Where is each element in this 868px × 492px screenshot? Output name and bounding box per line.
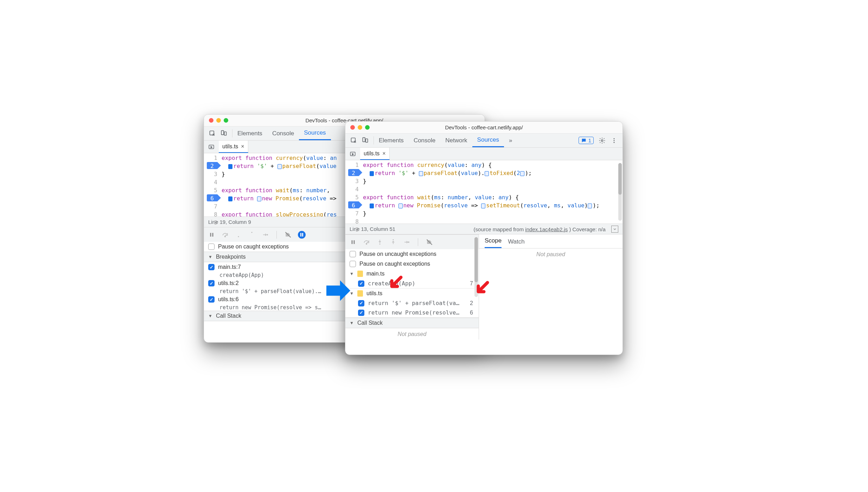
pause-on-exceptions-toggle[interactable] <box>298 231 306 239</box>
checkbox-checked[interactable] <box>208 296 215 303</box>
checkbox-unchecked[interactable] <box>350 261 356 267</box>
svg-point-14 <box>601 140 603 141</box>
step-icon[interactable] <box>262 231 269 238</box>
svg-point-22 <box>366 243 367 244</box>
device-toggle-icon[interactable] <box>362 137 369 144</box>
file-group-header[interactable]: ▼ main.ts <box>345 269 479 279</box>
tab-watch[interactable]: Watch <box>508 235 525 248</box>
editor-status: Line 13, Column 51 (source mapped from i… <box>345 224 623 234</box>
file-name: utils.ts <box>366 290 382 297</box>
step-over-icon[interactable] <box>363 239 370 246</box>
checkbox-checked[interactable] <box>208 264 215 270</box>
breakpoint-title: utils.ts:6 <box>218 296 239 303</box>
close-window-icon[interactable] <box>209 118 213 123</box>
step-into-icon[interactable] <box>235 231 242 238</box>
zoom-window-icon[interactable] <box>224 118 228 123</box>
left-icons <box>204 127 232 140</box>
divider <box>276 231 277 239</box>
deactivate-breakpoints-icon[interactable] <box>285 231 292 238</box>
breakpoint-marker[interactable]: 2 <box>348 169 359 176</box>
top-tabs: Elements Console Network Sources » 1 <box>345 134 623 148</box>
tab-elements[interactable]: Elements <box>232 127 267 140</box>
breakpoint-line: 2 <box>468 300 474 306</box>
deactivate-breakpoints-icon[interactable] <box>426 239 433 246</box>
svg-rect-6 <box>212 233 213 237</box>
tab-network[interactable]: Network <box>440 134 472 147</box>
select-element-icon[interactable] <box>209 130 216 137</box>
checkbox-checked[interactable] <box>358 310 364 316</box>
callstack-not-paused: Not paused <box>345 328 479 340</box>
scrollbar[interactable] <box>618 163 622 221</box>
scope-not-paused: Not paused <box>479 248 623 260</box>
breakpoint-item[interactable]: createApp(App) 7 <box>345 279 479 288</box>
callstack-section-header[interactable]: ▼ Call Stack <box>345 318 479 328</box>
breakpoint-code: return new Promise(resolve… <box>368 309 465 316</box>
tab-console[interactable]: Console <box>267 127 299 140</box>
pause-uncaught-row[interactable]: Pause on uncaught exceptions <box>345 249 479 259</box>
checkbox-checked[interactable] <box>208 280 215 286</box>
window-title: DevTools - coffee-cart.netlify.app/ <box>345 124 623 130</box>
debugger-right-pane: Scope Watch Not paused <box>479 234 623 339</box>
checkbox-checked[interactable] <box>358 300 364 306</box>
checkbox-unchecked[interactable] <box>208 244 215 250</box>
pause-icon[interactable] <box>208 231 215 238</box>
traffic-lights <box>209 118 228 123</box>
tab-sources[interactable]: Sources <box>299 127 331 140</box>
step-into-icon[interactable] <box>376 239 383 246</box>
code-editor[interactable]: 1 2 3 4 5 6 7 8 9 export function curren… <box>345 160 623 224</box>
file-group-header[interactable]: ▼ utils.ts <box>345 288 479 298</box>
minimize-window-icon[interactable] <box>216 118 221 123</box>
pause-caught-row[interactable]: Pause on caught exceptions <box>345 259 479 269</box>
close-window-icon[interactable] <box>350 125 355 130</box>
svg-rect-12 <box>363 137 365 142</box>
minimize-window-icon[interactable] <box>358 125 362 130</box>
svg-point-25 <box>408 241 409 242</box>
callstack-header-label: Call Stack <box>357 320 383 326</box>
open-file-tab[interactable]: utils.ts × <box>360 148 390 160</box>
annotation-arrow-blue <box>326 280 350 301</box>
step-out-icon[interactable] <box>248 231 255 238</box>
breakpoint-item[interactable]: return new Promise(resolve… 6 <box>345 308 479 318</box>
svg-marker-19 <box>352 153 354 155</box>
close-tab-icon[interactable]: × <box>241 143 244 150</box>
svg-rect-2 <box>224 132 226 135</box>
tab-console[interactable]: Console <box>409 134 440 147</box>
sidebar-toggle-icon[interactable] <box>611 226 618 233</box>
step-out-icon[interactable] <box>390 239 397 246</box>
source-map-link[interactable]: index.1ac4eab2.js <box>525 226 568 232</box>
tab-elements[interactable]: Elements <box>374 134 409 147</box>
divider <box>418 238 418 246</box>
more-tabs[interactable]: » <box>504 134 517 147</box>
breakpoint-marker[interactable]: 2 <box>207 162 217 169</box>
breakpoint-marker[interactable]: 6 <box>348 201 359 208</box>
select-element-icon[interactable] <box>350 137 357 144</box>
device-toggle-icon[interactable] <box>220 130 227 137</box>
step-icon[interactable] <box>403 239 410 246</box>
kebab-menu-icon[interactable] <box>611 137 618 144</box>
breakpoint-code: createApp(App) <box>368 280 465 287</box>
tab-scope[interactable]: Scope <box>485 234 502 248</box>
debugger-toolbar <box>345 234 479 249</box>
right-icons: 1 <box>576 134 620 147</box>
show-navigator-icon[interactable] <box>345 151 360 157</box>
close-tab-icon[interactable]: × <box>382 150 385 157</box>
gear-icon[interactable] <box>599 137 606 144</box>
debugger-left-pane: Pause on uncaught exceptions Pause on ca… <box>345 234 479 339</box>
step-over-icon[interactable] <box>222 231 229 238</box>
breakpoint-title: main.ts:7 <box>218 264 241 270</box>
svg-rect-1 <box>221 130 224 135</box>
zoom-window-icon[interactable] <box>365 125 370 130</box>
breakpoint-item[interactable]: return '$' + parseFloat(va… 2 <box>345 298 479 308</box>
feedback-chip[interactable]: 1 <box>579 137 594 144</box>
pause-icon[interactable] <box>350 239 357 246</box>
chevron-down-icon: ▼ <box>208 254 212 259</box>
coverage-label: ) Coverage: n/a <box>569 226 605 232</box>
checkbox-unchecked[interactable] <box>350 251 356 257</box>
traffic-lights <box>350 125 370 130</box>
show-navigator-icon[interactable] <box>204 144 219 150</box>
tab-sources[interactable]: Sources <box>472 134 504 147</box>
breakpoint-marker[interactable]: 6 <box>207 194 217 201</box>
checkbox-checked[interactable] <box>358 280 364 287</box>
open-file-tab[interactable]: utils.ts × <box>219 141 248 153</box>
svg-rect-21 <box>354 240 355 244</box>
